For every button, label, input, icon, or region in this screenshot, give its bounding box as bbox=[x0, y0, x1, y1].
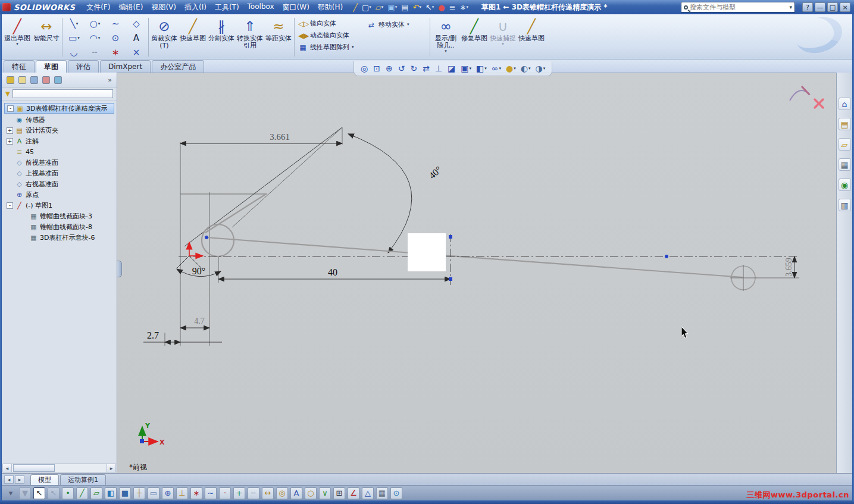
sketch-origin[interactable] bbox=[189, 242, 203, 256]
circle-tool-icon[interactable]: ○▾ bbox=[85, 17, 105, 31]
close-button[interactable]: × bbox=[840, 2, 850, 12]
tab-motion-study-1[interactable]: 运动算例1 bbox=[60, 474, 106, 485]
tree-item[interactable]: ▦ 锥帽曲线截面块-8 bbox=[3, 221, 115, 232]
linear-sketch-pattern-button[interactable]: ▦线性草图阵列▾ bbox=[298, 43, 364, 52]
tree-item[interactable]: + ▤ 设计活页夹 bbox=[3, 125, 115, 136]
tree-item[interactable]: + A 注解 bbox=[3, 136, 115, 146]
dynamic-mirror-button[interactable]: ◀▶动态镜向实体 bbox=[298, 31, 364, 40]
scroll-thumb[interactable] bbox=[13, 464, 55, 472]
tree-item[interactable]: ◇ 上视基准面 bbox=[3, 168, 115, 179]
expand-collapse-icon[interactable] bbox=[21, 234, 27, 241]
previous-view-icon[interactable]: ↺ bbox=[396, 63, 408, 74]
rebuild-icon[interactable]: ● bbox=[437, 2, 446, 12]
tree-item[interactable]: ◇ 前视基准面 bbox=[3, 157, 115, 168]
filter-geometric-tolerances-icon[interactable]: ⊞ bbox=[333, 487, 345, 499]
apply-scene-icon[interactable]: ◐▾ bbox=[519, 63, 533, 74]
dimension-90-degrees[interactable]: 90° bbox=[177, 256, 221, 277]
panel-splitter-handle[interactable] bbox=[117, 261, 122, 277]
accept-sketch-icon[interactable] bbox=[790, 86, 810, 101]
dimension-2-7[interactable]: 2.7 bbox=[143, 330, 222, 342]
expand-collapse-icon[interactable] bbox=[7, 117, 13, 123]
expand-collapse-icon[interactable] bbox=[7, 170, 13, 177]
open-icon[interactable]: ▱▾ bbox=[374, 2, 385, 12]
exit-sketch-caret-icon[interactable]: ▾ bbox=[16, 42, 18, 46]
filter-hole-callouts-icon[interactable]: ◎ bbox=[276, 487, 288, 499]
scroll-left-button[interactable]: ◂ bbox=[3, 464, 12, 472]
rapid-sketch-button[interactable]: ╱快速草图 bbox=[179, 15, 207, 59]
filter-faces-icon[interactable]: ▱ bbox=[90, 487, 102, 499]
tab-dimxpert[interactable]: DimXpert bbox=[100, 60, 151, 73]
line-tool-icon[interactable]: ╲▾ bbox=[64, 17, 85, 31]
graphics-area[interactable]: 3.661 40° 40 bbox=[117, 73, 836, 473]
text-tool-icon[interactable]: A bbox=[126, 31, 147, 45]
rotate-view-icon[interactable]: ↻ bbox=[408, 63, 420, 74]
construction-geometry-icon[interactable]: × bbox=[126, 45, 147, 60]
expand-collapse-icon[interactable] bbox=[7, 192, 13, 198]
search-box[interactable]: ▾ bbox=[681, 2, 795, 12]
smart-dimension-button[interactable]: ↔ 智能尺寸 bbox=[32, 15, 61, 59]
section-view-icon[interactable]: ◪ bbox=[446, 63, 458, 74]
filter-coordinate-systems-icon[interactable]: ⊥ bbox=[176, 487, 188, 499]
polygon-tool-icon[interactable]: ◇ bbox=[126, 17, 147, 31]
expand-collapse-icon[interactable] bbox=[7, 159, 13, 166]
filter-sketch-segments-icon[interactable]: ~ bbox=[205, 487, 217, 499]
tree-item[interactable]: ⊕ 原点 bbox=[3, 189, 115, 200]
centerline-tool-icon[interactable]: ╌ bbox=[85, 45, 105, 60]
filter-dimensions-icon[interactable]: ↔ bbox=[262, 487, 274, 499]
filter-surface-finish-icon[interactable]: ∨ bbox=[319, 487, 331, 499]
tree-item[interactable]: ▦ 3D表杠杆示意块-6 bbox=[3, 232, 115, 243]
tab-model[interactable]: 模型 bbox=[30, 474, 59, 485]
display-style-icon[interactable]: ◧▾ bbox=[474, 63, 489, 74]
file-explorer-icon[interactable]: ▱ bbox=[839, 138, 851, 151]
design-library-icon[interactable]: ▤ bbox=[839, 118, 851, 130]
spline-tool-icon[interactable]: ~ bbox=[105, 17, 126, 31]
convert-entities-button[interactable]: ⇑转换实体引用 bbox=[236, 15, 264, 59]
filter-axes-icon[interactable]: ┼ bbox=[133, 487, 145, 499]
configuration-manager-tab[interactable] bbox=[30, 76, 38, 84]
zoom-in-out-icon[interactable]: ⊕ bbox=[384, 63, 395, 74]
menu-item[interactable]: 插入(I) bbox=[180, 1, 211, 14]
view-settings-icon[interactable]: ◑▾ bbox=[533, 63, 547, 74]
feature-manager-tab[interactable] bbox=[7, 76, 14, 84]
help-button[interactable]: ? bbox=[802, 2, 813, 12]
pan-icon[interactable]: ⇄ bbox=[421, 63, 432, 74]
toolbar-options-icon[interactable]: ▾ bbox=[5, 487, 17, 499]
clear-all-filters-icon[interactable]: ↖ bbox=[48, 487, 60, 499]
filter-routing-points-icon[interactable]: ⊙ bbox=[390, 487, 402, 499]
filter-origins-icon[interactable]: ⊕ bbox=[162, 487, 174, 499]
dimxpert-manager-tab[interactable] bbox=[42, 76, 50, 84]
chevron-right-icon[interactable]: » bbox=[108, 76, 112, 84]
filter-weld-symbols-icon[interactable]: ∠ bbox=[348, 487, 359, 499]
dimension-3-661[interactable]: 3.661 bbox=[180, 132, 342, 143]
tree-filter-input[interactable] bbox=[12, 89, 113, 98]
filter-midpoints-icon[interactable]: · bbox=[219, 487, 231, 499]
tree-horizontal-scrollbar[interactable]: ◂ ▸ bbox=[2, 464, 116, 472]
scroll-right-button[interactable]: ▸ bbox=[107, 464, 115, 472]
custom-properties-icon[interactable]: ▥ bbox=[839, 199, 851, 211]
tab-sketch[interactable]: 草图 bbox=[36, 60, 67, 73]
sketch-geometry[interactable] bbox=[202, 194, 756, 291]
sketch-quick-icon[interactable]: ╱ bbox=[352, 2, 359, 12]
select-arrow-icon[interactable]: ↖▾ bbox=[424, 2, 435, 12]
filter-solid-bodies-icon[interactable]: ■ bbox=[119, 487, 131, 499]
restore-button[interactable]: □ bbox=[827, 2, 838, 12]
move-entities-button[interactable]: ⇄ 移动实体 ▾ bbox=[367, 20, 428, 29]
toggle-filters-icon[interactable]: ▼ bbox=[19, 487, 31, 499]
fillet-tool-icon[interactable]: ◡ bbox=[64, 45, 85, 60]
expand-collapse-icon[interactable]: + bbox=[7, 138, 13, 145]
normal-to-icon[interactable]: ⊥ bbox=[433, 63, 445, 74]
search-input[interactable] bbox=[690, 4, 787, 11]
filter-surface-bodies-icon[interactable]: ◧ bbox=[105, 487, 117, 499]
ellipse-tool-icon[interactable]: ⊙ bbox=[105, 31, 126, 45]
filter-balloons-icon[interactable]: ○ bbox=[305, 487, 317, 499]
cancel-sketch-icon[interactable] bbox=[815, 99, 823, 108]
expand-collapse-icon[interactable] bbox=[7, 149, 13, 155]
filter-centerline-icon[interactable]: ╌ bbox=[248, 487, 259, 499]
filter-sketch-points-icon[interactable]: ∗ bbox=[190, 487, 202, 499]
save-icon[interactable]: ▣▾ bbox=[386, 2, 398, 12]
rapid-sketch-button-2[interactable]: ╱快速草图 bbox=[517, 15, 546, 59]
filter-center-marks-icon[interactable]: + bbox=[233, 487, 245, 499]
expand-collapse-icon[interactable]: + bbox=[7, 127, 13, 134]
view-orientation-icon[interactable]: ▣▾ bbox=[459, 63, 473, 74]
edit-appearance-icon[interactable]: ●▾ bbox=[504, 63, 518, 74]
